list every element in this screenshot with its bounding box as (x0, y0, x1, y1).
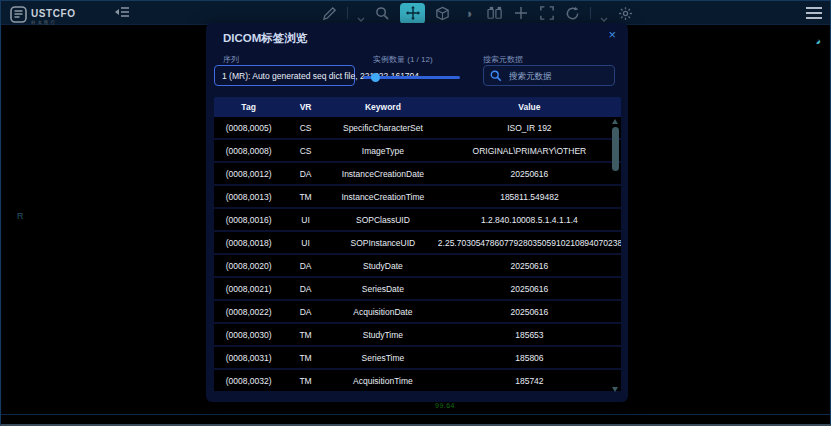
tool-group: ◑ (321, 1, 634, 25)
cell-tag: (0008,0016) (214, 215, 283, 225)
table-row[interactable]: (0008,0022) DA AcquisitionDate 20250616 (214, 301, 621, 322)
cell-tag: (0008,0012) (214, 169, 283, 179)
dicom-table-body: (0008,0005) CS SpecificCharacterSet ISO_… (214, 117, 621, 391)
measure-pencil-tool[interactable] (321, 5, 338, 22)
cell-tag: (0008,0031) (214, 353, 283, 363)
cell-keyword: SpecificCharacterSet (328, 123, 438, 133)
cell-tag: (0008,0021) (214, 284, 283, 294)
chevron-down-icon[interactable] (600, 9, 608, 17)
rotate-icon[interactable] (564, 5, 581, 22)
cell-value: 20250616 (438, 261, 621, 271)
table-row[interactable]: (0008,0031) TM SeriesTime 185806 (214, 347, 621, 368)
instances-label: 实例数量 (1 / 12) (373, 54, 433, 65)
cell-vr: DA (283, 169, 328, 179)
cell-value: ISO_IR 192 (438, 123, 621, 133)
fit-view-icon[interactable] (538, 5, 555, 22)
cell-vr: UI (283, 238, 328, 248)
cell-value: 2.25.70305478607792803505910210894070238… (438, 238, 621, 248)
dicom-tag-browser-dialog: DICOM标签浏览 × 序列 实例数量 (1 / 12) 搜索元数据 1 (MR… (206, 23, 628, 402)
cell-vr: TM (283, 330, 328, 340)
cell-vr: TM (283, 353, 328, 363)
logo-icon (10, 6, 27, 23)
cell-keyword: SOPInstanceUID (328, 238, 438, 248)
cell-vr: DA (283, 307, 328, 317)
instance-slider-thumb[interactable] (371, 73, 380, 82)
table-row[interactable]: (0008,0020) DA StudyDate 20250616 (214, 255, 621, 276)
dicom-tag-table: Tag VR Keyword Value (0008,0005) CS Spec… (214, 97, 621, 396)
cell-value: 185806 (438, 353, 621, 363)
series-panel-toggle-icon[interactable] (113, 5, 131, 21)
scrollbar-thumb[interactable] (612, 127, 619, 171)
viewport-overlay-value: 99.64 (435, 402, 455, 409)
cell-vr: DA (283, 284, 328, 294)
cell-vr: TM (283, 192, 328, 202)
dialog-title: DICOM标签浏览 (223, 31, 307, 46)
cell-value: 20250616 (438, 307, 621, 317)
scroll-up-icon[interactable] (612, 119, 618, 124)
chevron-down-icon[interactable] (357, 9, 365, 17)
cell-tag: (0008,0005) (214, 123, 283, 133)
series-select[interactable]: 1 (MR): Auto generated seq dict file, 22… (214, 65, 355, 86)
orientation-marker: R (17, 211, 24, 221)
cell-keyword: AcquisitionDate (328, 307, 438, 317)
toolbar-divider (590, 7, 591, 19)
metadata-search-field[interactable] (483, 65, 615, 86)
instance-slider[interactable] (363, 73, 460, 82)
cell-keyword: AcquisitionTime (328, 376, 438, 386)
cell-value: 185742 (438, 376, 621, 386)
cell-value: 1.2.840.10008.5.1.4.1.1.4 (438, 215, 621, 225)
cell-tag: (0008,0020) (214, 261, 283, 271)
table-row[interactable]: (0008,0016) UI SOPClassUID 1.2.840.10008… (214, 209, 621, 230)
cell-keyword: StudyDate (328, 261, 438, 271)
cell-value: 20250616 (438, 169, 621, 179)
close-icon[interactable]: × (608, 28, 616, 41)
right-menu-icon[interactable] (805, 6, 823, 20)
viewport-windowing-icon[interactable]: ◑ (812, 34, 825, 47)
app-window: USTCFO 科大医疗 ◑ (0, 0, 831, 426)
cell-value: 185811.549482 (438, 192, 621, 202)
cell-value: 20250616 (438, 284, 621, 294)
search-icon (490, 70, 502, 82)
window-bottom-edge (1, 414, 830, 424)
table-row[interactable]: (0008,0012) DA InstanceCreationDate 2025… (214, 163, 621, 184)
table-header-row: Tag VR Keyword Value (214, 97, 621, 117)
cell-value: ORIGINAL\PRIMARY\OTHER (438, 146, 621, 156)
cell-keyword: StudyTime (328, 330, 438, 340)
pan-tool-icon[interactable] (400, 3, 425, 24)
table-row[interactable]: (0008,0018) UI SOPInstanceUID 2.25.70305… (214, 232, 621, 253)
settings-gear-icon[interactable] (617, 5, 634, 22)
crosshair-icon[interactable] (512, 5, 529, 22)
search-label: 搜索元数据 (483, 54, 523, 65)
toolbar-divider (347, 7, 348, 19)
table-row[interactable]: (0008,0008) CS ImageType ORIGINAL\PRIMAR… (214, 140, 621, 161)
table-row[interactable]: (0008,0021) DA SeriesDate 20250616 (214, 278, 621, 299)
cube-3d-icon[interactable] (434, 5, 451, 22)
table-row[interactable]: (0008,0030) TM StudyTime 185653 (214, 324, 621, 345)
column-header-value: Value (438, 102, 621, 112)
column-header-keyword: Keyword (328, 102, 438, 112)
layout-icon[interactable] (486, 5, 503, 22)
cell-tag: (0008,0030) (214, 330, 283, 340)
cell-vr: DA (283, 261, 328, 271)
cell-tag: (0008,0018) (214, 238, 283, 248)
cell-vr: CS (283, 146, 328, 156)
table-scrollbar[interactable] (611, 119, 620, 392)
column-header-tag: Tag (214, 102, 283, 112)
table-row[interactable]: (0008,0005) CS SpecificCharacterSet ISO_… (214, 117, 621, 138)
cell-value: 185653 (438, 330, 621, 340)
cell-keyword: ImageType (328, 146, 438, 156)
scroll-down-icon[interactable] (612, 387, 618, 392)
top-toolbar: USTCFO 科大医疗 ◑ (1, 1, 830, 25)
cell-keyword: InstanceCreationDate (328, 169, 438, 179)
cell-keyword: SOPClassUID (328, 215, 438, 225)
cell-keyword: SeriesDate (328, 284, 438, 294)
logo-text: USTCFO (31, 8, 76, 19)
cell-keyword: InstanceCreationTime (328, 192, 438, 202)
cell-tag: (0008,0013) (214, 192, 283, 202)
table-row[interactable]: (0008,0032) TM AcquisitionTime 185742 (214, 370, 621, 391)
zoom-tool-icon[interactable] (374, 5, 391, 22)
metadata-search-input[interactable] (507, 70, 608, 82)
window-level-icon[interactable]: ◑ (460, 5, 477, 22)
table-row[interactable]: (0008,0013) TM InstanceCreationTime 1858… (214, 186, 621, 207)
cell-vr: CS (283, 123, 328, 133)
